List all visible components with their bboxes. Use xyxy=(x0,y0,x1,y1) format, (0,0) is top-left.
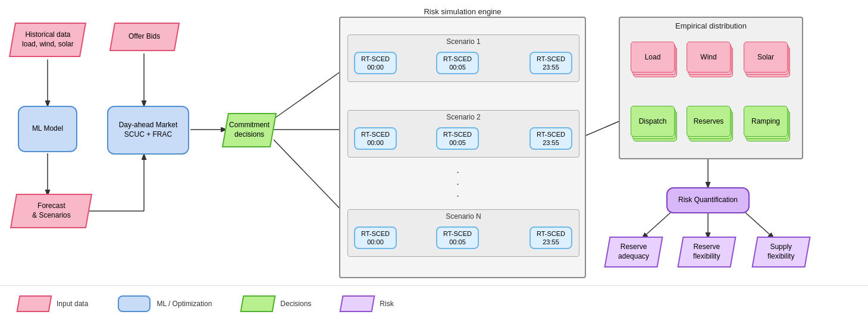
legend: Input data ML / Optimization Decisions R… xyxy=(0,285,868,321)
reserves-stack: Reserves xyxy=(687,106,731,141)
ramping-card-label: Ramping xyxy=(744,106,788,137)
rtsced-s1-2-label: RT-SCED00:05 xyxy=(443,55,472,72)
legend-decisions-shape xyxy=(242,295,274,313)
historical-data-node: Historical dataload, wind, solar xyxy=(9,23,86,57)
reserve-flexibility-node: Reserveflexibility xyxy=(677,237,736,268)
legend-risk-shape xyxy=(341,295,374,313)
ml-model-node: ML Model xyxy=(18,106,77,152)
rtsced-s1-1-label: RT-SCED00:00 xyxy=(361,55,390,72)
legend-input-shape xyxy=(18,295,51,313)
rtsced-sN-1: RT-SCED00:00 xyxy=(354,226,397,249)
commitment-label: Commitmentdecisions xyxy=(229,121,270,139)
legend-risk: Risk xyxy=(341,295,393,313)
legend-decisions-label: Decisions xyxy=(280,300,311,308)
dispatch-stack: Dispatch xyxy=(631,106,675,141)
scenario2-title: Scenario 2 xyxy=(446,113,480,121)
supply-flexibility-label: Supplyflexibility xyxy=(767,243,794,261)
historical-data-label: Historical dataload, wind, solar xyxy=(22,30,74,49)
rtsced-s2-3: RT-SCED23:55 xyxy=(529,127,572,150)
rtsced-sN-3-label: RT-SCED23:55 xyxy=(537,229,565,247)
rtsced-s1-3-label: RT-SCED23:55 xyxy=(537,55,565,72)
scenario1-title: Scenario 1 xyxy=(446,37,480,46)
ramping-stack: Ramping xyxy=(744,106,788,141)
wind-card-label: Wind xyxy=(687,42,731,73)
risk-quant-node: Risk Quantification xyxy=(666,187,750,213)
reserve-adequacy-label: Reserveadequacy xyxy=(618,243,649,261)
supply-flexibility-node: Supplyflexibility xyxy=(751,237,810,268)
ml-model-label: ML Model xyxy=(32,124,63,134)
rtsced-s2-1-label: RT-SCED00:00 xyxy=(361,130,390,147)
rtsced-sN-2-label: RT-SCED00:05 xyxy=(443,229,472,247)
legend-risk-label: Risk xyxy=(380,300,393,308)
forecast-node: Forecast& Scenarios xyxy=(10,194,92,228)
legend-ml-opt: ML / Optimization xyxy=(118,295,212,313)
wind-stack: Wind xyxy=(687,42,731,77)
risk-quant-label: Risk Quantification xyxy=(678,196,738,205)
legend-input-label: Input data xyxy=(57,300,88,308)
day-ahead-node: Day-ahead MarketSCUC + FRAC xyxy=(107,106,189,155)
legend-ml-label: ML / Optimization xyxy=(156,300,212,308)
rtsced-sN-3: RT-SCED23:55 xyxy=(529,226,572,249)
svg-line-20 xyxy=(643,211,672,238)
commitment-node: Commitmentdecisions xyxy=(222,113,277,147)
solar-stack: Solar xyxy=(744,42,788,77)
day-ahead-label: Day-ahead MarketSCUC + FRAC xyxy=(119,121,178,139)
legend-decisions: Decisions xyxy=(242,295,311,313)
svg-line-6 xyxy=(274,68,345,119)
svg-line-22 xyxy=(744,211,773,238)
rtsced-s1-3: RT-SCED23:55 xyxy=(529,52,572,74)
rtsced-s2-2-label: RT-SCED00:05 xyxy=(443,130,472,147)
rtsced-sN-1-label: RT-SCED00:00 xyxy=(361,229,390,247)
rtsced-s1-2: RT-SCED00:05 xyxy=(436,52,479,74)
legend-input-data: Input data xyxy=(18,295,88,313)
main-diagram: ··· ··· ··· · · · Historical dataload, w… xyxy=(0,0,868,285)
load-card-label: Load xyxy=(631,42,675,73)
reserve-flexibility-label: Reserveflexibility xyxy=(693,243,720,261)
load-stack: Load xyxy=(631,42,675,77)
solar-card-label: Solar xyxy=(744,42,788,73)
rtsced-s2-2: RT-SCED00:05 xyxy=(436,127,479,150)
svg-line-8 xyxy=(274,140,345,214)
dispatch-card-label: Dispatch xyxy=(631,106,675,137)
reserves-card-label: Reserves xyxy=(687,106,731,137)
legend-ml-shape xyxy=(118,295,151,313)
reserve-adequacy-node: Reserveadequacy xyxy=(604,237,663,268)
scenario2-box: Scenario 2 RT-SCED00:00 RT-SCED00:05 RT-… xyxy=(347,110,579,158)
rtsced-s2-1: RT-SCED00:00 xyxy=(354,127,397,150)
empirical-dist-container: Empirical distribution Load Wind Solar D… xyxy=(619,17,803,159)
forecast-label: Forecast& Scenarios xyxy=(32,202,71,220)
rtsced-s1-1: RT-SCED00:00 xyxy=(354,52,397,74)
rtsced-s2-3-label: RT-SCED23:55 xyxy=(537,130,565,147)
emp-dist-title: Empirical distribution xyxy=(675,21,747,30)
offer-bids-label: Offer Bids xyxy=(129,32,160,42)
scenario-dots: ··· xyxy=(456,166,459,202)
scenarioN-box: Scenario N RT-SCED00:00 RT-SCED00:05 RT-… xyxy=(347,209,579,257)
offer-bids-node: Offer Bids xyxy=(109,23,180,51)
scenarioN-title: Scenario N xyxy=(446,212,481,221)
risk-engine-container: Risk simulation engine Scenario 1 RT-SCE… xyxy=(339,17,586,278)
rtsced-sN-2: RT-SCED00:05 xyxy=(436,226,479,249)
scenario1-box: Scenario 1 RT-SCED00:00 RT-SCED00:05 RT-… xyxy=(347,34,579,82)
risk-engine-title: Risk simulation engine xyxy=(424,7,501,16)
